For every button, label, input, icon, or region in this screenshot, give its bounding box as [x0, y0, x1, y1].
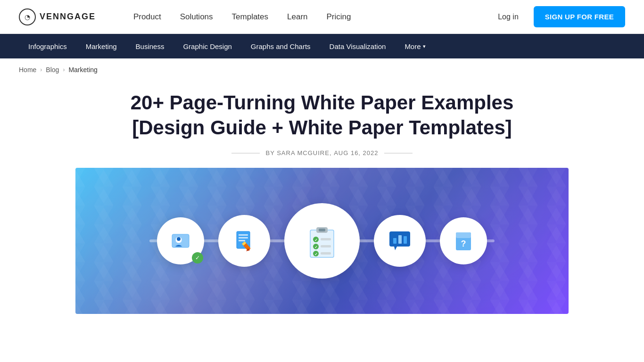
- svg-rect-28: [404, 236, 407, 244]
- meta-divider-left: [231, 153, 260, 154]
- chevron-down-icon: ▾: [423, 43, 426, 49]
- secondary-navigation: Infographics Marketing Business Graphic …: [0, 34, 644, 58]
- svg-rect-8: [239, 240, 245, 241]
- nav-item-learn[interactable]: Learn: [278, 0, 317, 34]
- svg-rect-30: [456, 232, 471, 238]
- document-pencil-icon: [230, 227, 258, 255]
- breadcrumb-current: Marketing: [68, 66, 97, 74]
- hero-image: ✓: [75, 168, 569, 314]
- svg-rect-3: [182, 241, 186, 242]
- hero-icon-3-center: ✓ ✓ ✓: [284, 203, 360, 279]
- article-meta: BY SARA MCGUIRE , AUG 16, 2022: [94, 149, 550, 156]
- breadcrumb: Home › Blog › Marketing: [0, 58, 644, 81]
- svg-text:✓: ✓: [314, 238, 318, 242]
- svg-rect-23: [321, 252, 331, 255]
- article-author: BY SARA MCGUIRE: [265, 149, 329, 156]
- sec-nav-more[interactable]: More ▾: [395, 34, 435, 58]
- svg-point-4: [177, 237, 181, 241]
- sec-nav-graphs-charts[interactable]: Graphs and Charts: [241, 34, 320, 58]
- circle-doc: [218, 215, 270, 267]
- svg-rect-20: [321, 245, 331, 247]
- breadcrumb-sep-2: ›: [63, 66, 65, 73]
- article-title: 20+ Page-Turning White Paper Examples [D…: [94, 90, 550, 140]
- breadcrumb-blog[interactable]: Blog: [46, 66, 59, 74]
- sec-nav-marketing[interactable]: Marketing: [76, 34, 126, 58]
- circle-clipboard: ✓ ✓ ✓: [284, 203, 360, 279]
- hero-icon-1: ✓: [157, 217, 204, 264]
- svg-rect-2: [182, 238, 187, 239]
- hero-illustration: ✓: [75, 168, 569, 314]
- nav-item-templates[interactable]: Templates: [223, 0, 278, 34]
- hero-icon-4: [374, 215, 426, 267]
- breadcrumb-sep-1: ›: [40, 66, 42, 73]
- svg-rect-7: [239, 237, 248, 239]
- hero-icon-2: [218, 215, 270, 267]
- green-check-1: ✓: [192, 252, 203, 263]
- sec-nav-graphic-design[interactable]: Graphic Design: [173, 34, 241, 58]
- circle-question: ?: [440, 217, 487, 264]
- hero-icon-5: ?: [440, 217, 487, 264]
- svg-marker-25: [394, 247, 397, 250]
- top-navigation: ◔ VENNGAGE Product Solutions Templates L…: [0, 0, 644, 34]
- svg-text:✓: ✓: [314, 252, 318, 256]
- sec-nav-infographics[interactable]: Infographics: [19, 34, 76, 58]
- circle-chart: [374, 215, 426, 267]
- document-question-icon: ?: [451, 229, 476, 253]
- svg-rect-6: [239, 234, 248, 236]
- id-card-icon: [168, 229, 193, 253]
- logo-text: VENNGAGE: [40, 12, 96, 22]
- logo-icon: ◔: [19, 8, 36, 25]
- article-date-sep: ,: [330, 149, 334, 156]
- svg-rect-14: [319, 229, 325, 231]
- nav-item-pricing[interactable]: Pricing: [317, 0, 361, 34]
- svg-rect-27: [398, 235, 402, 244]
- signup-button[interactable]: SIGN UP FOR FREE: [534, 6, 625, 27]
- breadcrumb-home[interactable]: Home: [19, 66, 36, 74]
- article-header: 20+ Page-Turning White Paper Examples [D…: [0, 81, 644, 168]
- logo-link[interactable]: ◔ VENNGAGE: [19, 8, 96, 25]
- clipboard-checklist-icon: ✓ ✓ ✓: [301, 220, 343, 262]
- svg-text:?: ?: [461, 239, 466, 248]
- sec-nav-business[interactable]: Business: [126, 34, 174, 58]
- main-nav: Product Solutions Templates Learn Pricin…: [124, 0, 490, 34]
- nav-right: Log in SIGN UP FOR FREE: [490, 6, 625, 27]
- nav-item-solutions[interactable]: Solutions: [171, 0, 223, 34]
- nav-item-product[interactable]: Product: [124, 0, 171, 34]
- login-button[interactable]: Log in: [490, 9, 526, 25]
- svg-text:✓: ✓: [314, 245, 318, 249]
- svg-rect-17: [321, 238, 331, 240]
- article-date: AUG 16, 2022: [334, 149, 378, 156]
- svg-rect-26: [393, 238, 396, 244]
- chart-speech-icon: [386, 227, 414, 255]
- meta-divider-right: [384, 153, 413, 154]
- sec-nav-data-viz[interactable]: Data Visualization: [320, 34, 396, 58]
